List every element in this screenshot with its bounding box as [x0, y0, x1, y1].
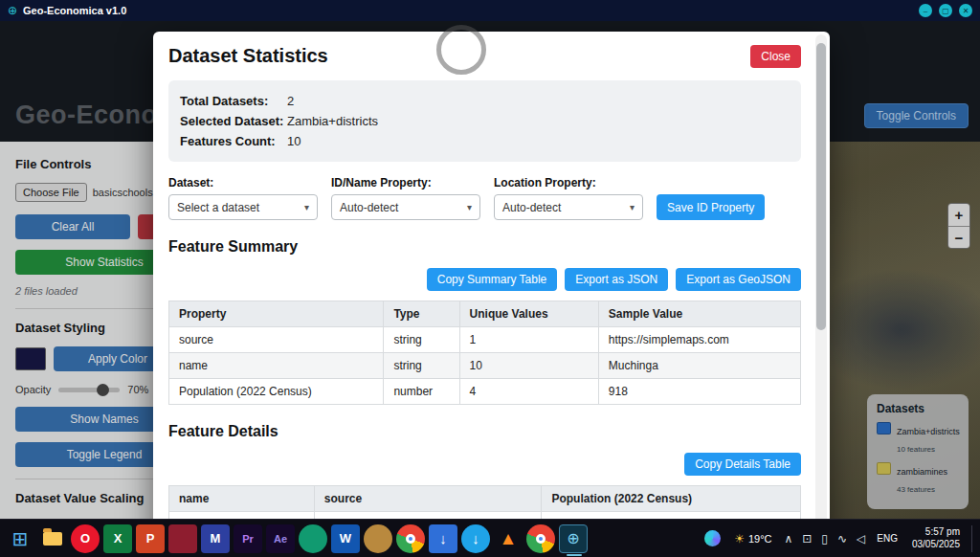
table-cell: 1 [459, 327, 598, 353]
table-header-row: name source Population (2022 Census) [169, 486, 801, 512]
word-icon[interactable]: W [331, 524, 360, 553]
app-logo-icon: ⊕ [8, 4, 17, 17]
dataset-select[interactable]: Select a dataset▾ [168, 194, 318, 220]
column-header: name [169, 486, 315, 512]
chevron-down-icon: ▾ [304, 202, 309, 212]
battery-icon[interactable]: ▯ [821, 532, 828, 546]
time: 5:57 pm [925, 526, 960, 537]
copy-summary-table-button[interactable]: Copy Summary Table [427, 268, 558, 291]
summary-box: Total Datasets:2 Selected Dataset:Zambia… [168, 80, 801, 162]
table-cell: Muchinga [598, 353, 800, 379]
feature-summary-table: Property Type Unique Values Sample Value… [168, 301, 801, 405]
location-property-label: Location Property: [494, 176, 643, 189]
show-desktop-button[interactable] [971, 525, 974, 552]
column-header: Type [384, 301, 459, 327]
table-row: source string 1 https://simplemaps.com [169, 327, 801, 353]
modal-scrollbar[interactable]: ▼ [815, 34, 827, 550]
table-row: Population (2022 Census) number 4 918 [169, 379, 801, 405]
chrome-icon[interactable] [396, 524, 425, 553]
table-cell: 918 [598, 379, 800, 405]
dataset-select-label: Dataset: [168, 176, 318, 189]
selected-dataset-value: Zambia+districts [287, 111, 378, 131]
features-count-label: Features Count: [180, 131, 287, 151]
location-property-select[interactable]: Auto-detect▾ [494, 194, 643, 220]
modal-title: Dataset Statistics [168, 45, 328, 67]
geo-economica-taskbar-icon[interactable]: ⊕ [559, 524, 588, 553]
weather-widget[interactable]: ☀ 19°C [734, 532, 771, 546]
m-app-icon[interactable]: M [201, 524, 230, 553]
table-cell: 4 [459, 379, 598, 405]
id-property-label: ID/Name Property: [331, 176, 480, 189]
chevron-down-icon: ▾ [467, 202, 472, 212]
column-header: source [314, 486, 542, 512]
temperature: 19°C [748, 533, 772, 545]
total-datasets-value: 2 [287, 91, 294, 111]
table-cell: https://simplemaps.com [598, 327, 800, 353]
system-tray: ☀ 19°C ∧ ⊡ ▯ ∿ ◁ ENG 5:57 pm 03/05/2025 [699, 525, 974, 552]
maximize-icon[interactable]: ▢ [939, 4, 952, 17]
clock[interactable]: 5:57 pm 03/05/2025 [912, 526, 960, 550]
id-property-select[interactable]: Auto-detect▾ [331, 194, 480, 220]
language-indicator[interactable]: ENG [877, 533, 898, 544]
tablet-icon[interactable]: ⊡ [802, 532, 812, 546]
opera-icon[interactable]: O [71, 524, 100, 553]
vlc-icon[interactable]: ▲ [494, 524, 523, 553]
hidden-icons-chevron[interactable]: ∧ [785, 532, 793, 546]
total-datasets-label: Total Datasets: [180, 91, 287, 111]
features-count-value: 10 [287, 131, 301, 151]
scrollbar-thumb[interactable] [816, 43, 826, 330]
column-header: Unique Values [459, 301, 598, 327]
window-title: Geo-Economica v1.0 [23, 5, 126, 16]
chrome-icon-2[interactable] [526, 524, 555, 553]
table-cell: source [169, 327, 384, 353]
green-app-icon[interactable] [299, 524, 327, 553]
premiere-icon[interactable]: Pr [234, 524, 262, 553]
table-cell: Population (2022 Census) [169, 379, 384, 405]
copy-details-table-button[interactable]: Copy Details Table [684, 453, 801, 476]
copilot-icon[interactable] [704, 530, 721, 546]
volume-icon[interactable]: ◁ [857, 532, 865, 546]
table-cell: string [384, 327, 459, 353]
export-geojson-button[interactable]: Export as GeoJSON [676, 268, 801, 291]
minimize-icon[interactable]: – [919, 4, 932, 17]
column-header: Population (2022 Census) [542, 486, 801, 512]
save-id-property-button[interactable]: Save ID Property [657, 194, 765, 220]
powerpoint-icon[interactable]: P [136, 524, 165, 553]
screen: ⊕ Geo-Economica v1.0 – ▢ ✕ Geo-Economica… [0, 0, 980, 557]
excel-icon[interactable]: X [103, 524, 132, 553]
feature-details-heading: Feature Details [168, 423, 801, 440]
feature-summary-heading: Feature Summary [168, 238, 801, 256]
chevron-down-icon: ▾ [630, 202, 635, 212]
gold-app-icon[interactable] [364, 524, 392, 553]
table-cell: string [384, 353, 459, 379]
windows-start-icon[interactable]: ⊞ [6, 524, 34, 553]
window-titlebar: ⊕ Geo-Economica v1.0 – ▢ ✕ [0, 0, 980, 21]
table-cell: 10 [459, 353, 598, 379]
column-header: Sample Value [598, 301, 800, 327]
taskbar: ⊞ O X P M Pr Ae W ↓ ↓ ▲ ⊕ ☀ 19°C ∧ ⊡ ▯ ∿… [0, 519, 980, 557]
network-icon[interactable]: ∿ [837, 532, 847, 546]
date: 03/05/2025 [912, 539, 960, 549]
column-header: Property [169, 301, 384, 327]
sun-icon: ☀ [734, 532, 745, 546]
dataset-statistics-modal: Dataset Statistics Close Total Datasets:… [153, 32, 830, 553]
download-circle-icon[interactable]: ↓ [461, 524, 490, 553]
after-effects-icon[interactable]: Ae [266, 524, 295, 553]
table-cell: number [384, 379, 459, 405]
table-row: name string 10 Muchinga [169, 353, 801, 379]
file-explorer-icon[interactable] [38, 524, 67, 553]
red-app-icon[interactable] [168, 524, 197, 553]
export-json-button[interactable]: Export as JSON [565, 268, 668, 291]
close-button[interactable]: Close [750, 45, 801, 68]
table-header-row: Property Type Unique Values Sample Value [169, 301, 801, 327]
selected-dataset-label: Selected Dataset: [180, 111, 287, 131]
close-window-icon[interactable]: ✕ [959, 4, 972, 17]
table-cell: name [169, 353, 384, 379]
download-manager-icon[interactable]: ↓ [429, 524, 457, 553]
